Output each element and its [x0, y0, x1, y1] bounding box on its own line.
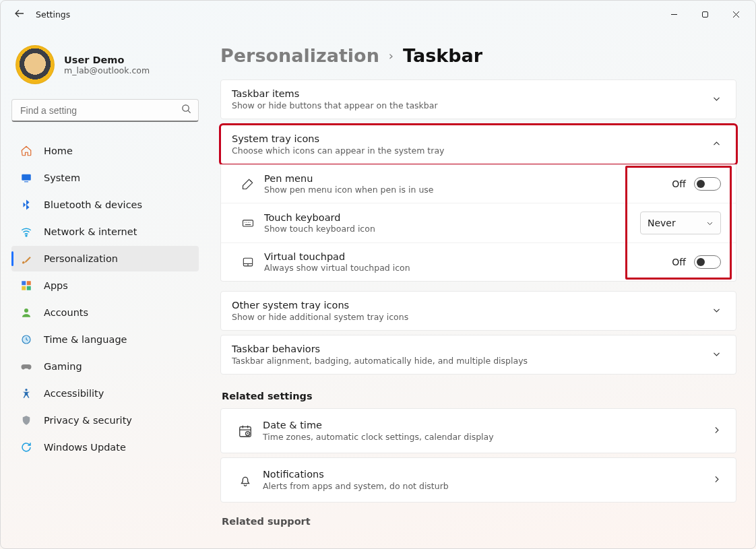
nav-label: Time & language: [44, 334, 127, 345]
system-icon: [20, 171, 33, 185]
nav-label: Gaming: [44, 361, 82, 372]
paintbrush-icon: [20, 252, 33, 265]
pen-menu-toggle[interactable]: [694, 177, 721, 191]
nav-label: System: [44, 172, 80, 183]
gaming-icon: [20, 360, 33, 373]
row-pen-menu: Pen menu Show pen menu icon when pen is …: [221, 164, 736, 203]
row-touch-keyboard: Touch keyboard Show touch keyboard icon …: [221, 203, 736, 243]
nav-privacy[interactable]: Privacy & security: [11, 408, 199, 433]
page-title: Taskbar: [403, 45, 482, 66]
card-system-tray-header[interactable]: System tray icons Choose which icons can…: [220, 125, 736, 164]
nav: Home System Bluetooth & devices Network …: [11, 138, 199, 460]
svg-point-1: [183, 105, 189, 111]
home-icon: [20, 144, 33, 158]
svg-rect-3: [24, 181, 28, 182]
card-sub: Choose which icons can appear in the sys…: [232, 146, 712, 156]
card-taskbar-items[interactable]: Taskbar items Show or hide buttons that …: [220, 79, 736, 119]
keyboard-icon: [234, 216, 261, 230]
user-block[interactable]: User Demo m_lab@outlook.com: [11, 36, 199, 99]
bell-icon: [232, 473, 259, 488]
nav-label: Privacy & security: [44, 415, 132, 426]
virtual-touchpad-toggle[interactable]: [694, 255, 721, 269]
window-close[interactable]: [720, 3, 751, 25]
select-value: Never: [648, 218, 676, 228]
search-input[interactable]: [19, 104, 181, 117]
svg-rect-2: [22, 174, 31, 181]
card-sub: Taskbar alignment, badging, automaticall…: [232, 356, 712, 366]
card-sub: Time zones, automatic clock settings, ca…: [263, 432, 712, 442]
window-minimize[interactable]: [658, 3, 689, 25]
datetime-icon: [232, 424, 259, 439]
nav-label: Accounts: [44, 307, 88, 318]
nav-label: Windows Update: [44, 442, 126, 453]
search-icon: [181, 104, 191, 117]
related-support-label: Related support: [222, 516, 736, 527]
user-email: m_lab@outlook.com: [64, 65, 150, 75]
search-box[interactable]: [11, 99, 199, 122]
back-button[interactable]: [10, 8, 29, 21]
accessibility-icon: [20, 387, 33, 400]
row-sub: Show pen menu icon when pen is in use: [264, 185, 672, 195]
card-title: Date & time: [263, 420, 712, 430]
nav-bluetooth[interactable]: Bluetooth & devices: [11, 192, 199, 218]
pen-icon: [234, 177, 261, 191]
nav-label: Accessibility: [44, 388, 104, 399]
chevron-right-icon: [712, 424, 721, 437]
window-maximize[interactable]: [689, 3, 720, 25]
card-title: Notifications: [263, 469, 712, 480]
svg-point-9: [24, 309, 28, 313]
row-sub: Always show virtual touchpad icon: [264, 263, 672, 273]
svg-point-4: [26, 235, 27, 236]
chevron-down-icon: [712, 304, 721, 317]
card-title: Taskbar items: [232, 88, 712, 99]
svg-rect-12: [243, 220, 253, 226]
avatar: [15, 45, 55, 84]
nav-label: Home: [44, 146, 73, 156]
svg-rect-7: [22, 286, 26, 290]
nav-system[interactable]: System: [11, 165, 199, 191]
card-sub: Alerts from apps and system, do not dist…: [263, 481, 712, 491]
nav-apps[interactable]: Apps: [11, 273, 199, 298]
nav-personalization[interactable]: Personalization: [11, 246, 199, 271]
account-icon: [20, 306, 33, 319]
nav-time[interactable]: Time & language: [11, 327, 199, 352]
nav-accessibility[interactable]: Accessibility: [11, 381, 199, 406]
nav-label: Apps: [44, 280, 68, 291]
toggle-state: Off: [672, 257, 686, 267]
chevron-down-icon: [712, 93, 721, 106]
clock-icon: [20, 333, 33, 346]
breadcrumb-parent[interactable]: Personalization: [220, 45, 379, 66]
nav-accounts[interactable]: Accounts: [11, 300, 199, 325]
nav-label: Personalization: [44, 253, 118, 264]
card-title: Other system tray icons: [232, 300, 712, 311]
nav-gaming[interactable]: Gaming: [11, 354, 199, 379]
touchpad-icon: [234, 255, 261, 269]
svg-rect-6: [27, 281, 31, 285]
card-sub: Show or hide additional system tray icon…: [232, 312, 712, 322]
chevron-right-icon: [712, 474, 721, 486]
card-notifications[interactable]: Notifications Alerts from apps and syste…: [220, 457, 736, 503]
nav-home[interactable]: Home: [11, 138, 199, 164]
card-sub: Show or hide buttons that appear on the …: [232, 100, 712, 110]
svg-point-11: [25, 389, 27, 391]
related-settings-label: Related settings: [222, 391, 736, 401]
window-title: Settings: [36, 9, 658, 20]
svg-rect-8: [27, 286, 31, 290]
nav-network[interactable]: Network & internet: [11, 219, 199, 245]
row-sub: Show touch keyboard icon: [264, 224, 640, 234]
shield-icon: [20, 414, 33, 427]
nav-update[interactable]: Windows Update: [11, 434, 199, 460]
chevron-down-icon: [712, 348, 721, 361]
card-date-time[interactable]: Date & time Time zones, automatic clock …: [220, 408, 736, 453]
touch-keyboard-select[interactable]: Never: [640, 212, 721, 234]
chevron-up-icon: [712, 138, 721, 151]
svg-rect-0: [702, 11, 707, 17]
card-system-tray-body: Pen menu Show pen menu icon when pen is …: [220, 164, 736, 282]
card-taskbar-behaviors[interactable]: Taskbar behaviors Taskbar alignment, bad…: [220, 335, 736, 375]
user-name: User Demo: [64, 55, 150, 65]
titlebar: Settings: [1, 1, 755, 28]
card-other-tray-icons[interactable]: Other system tray icons Show or hide add…: [220, 291, 736, 331]
toggle-state: Off: [672, 179, 686, 189]
row-title: Touch keyboard: [264, 212, 640, 223]
bluetooth-icon: [20, 198, 33, 212]
